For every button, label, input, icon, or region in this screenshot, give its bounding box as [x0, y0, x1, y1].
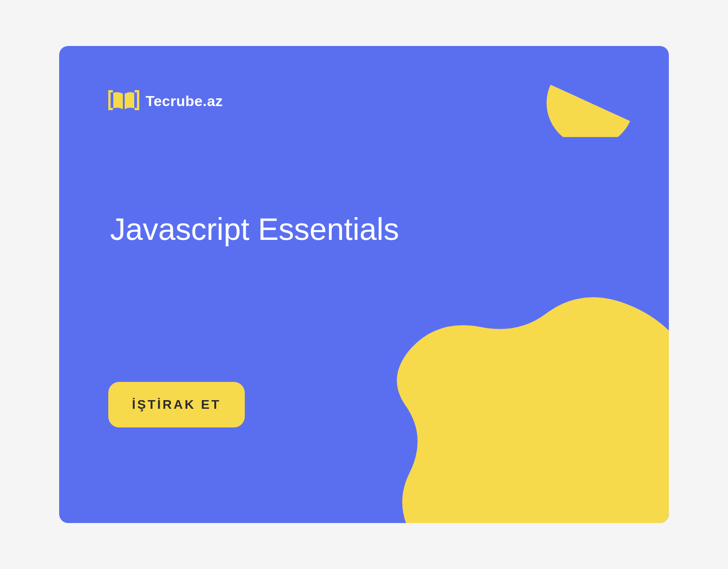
svg-rect-5: [135, 108, 139, 110]
svg-rect-1: [108, 90, 113, 92]
svg-rect-2: [108, 108, 113, 110]
book-icon: [108, 89, 139, 113]
svg-rect-3: [137, 90, 139, 110]
svg-rect-0: [108, 90, 111, 110]
participate-button[interactable]: İŞTİRAK ET: [108, 382, 245, 427]
svg-rect-4: [135, 90, 139, 92]
promo-card: Tecrube.az Javascript Essentials İŞTİRAK…: [59, 46, 669, 523]
decorative-blob: [337, 291, 669, 523]
brand-name: Tecrube.az: [146, 93, 223, 110]
logo: Tecrube.az: [108, 89, 223, 113]
decorative-half-circle: [546, 78, 632, 137]
course-title: Javascript Essentials: [110, 211, 399, 247]
